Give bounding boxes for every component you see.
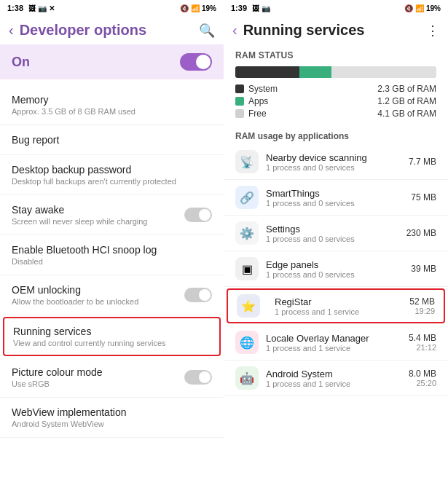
- mute-icon: 🔇: [180, 4, 189, 12]
- oem-unlocking-text: OEM unlocking Allow the bootloader to be…: [12, 284, 138, 306]
- ram-status-title: RAM status: [224, 44, 448, 63]
- oem-unlocking-toggle[interactable]: [184, 288, 212, 302]
- apps-legend-val: 1.2 GB of RAM: [377, 96, 436, 106]
- developer-options-toggle[interactable]: [180, 53, 212, 71]
- app-item-edge-panels[interactable]: ▣ Edge panels 1 process and 0 services 3…: [224, 251, 448, 287]
- system-legend-label: System: [248, 84, 278, 94]
- edge-panels-name: Edge panels: [266, 259, 411, 270]
- right-notification-icons: 🖼 📷: [252, 4, 270, 12]
- registar-icon: ⭐: [237, 294, 260, 318]
- nearby-scanning-size: 7.7 MB: [409, 157, 436, 167]
- picture-colour-toggle[interactable]: [184, 370, 212, 385]
- menu-item-bug-report[interactable]: Bug report: [0, 125, 224, 155]
- app-list: 📡 Nearby device scanning 1 process and 0…: [224, 144, 448, 496]
- right-status-time: 1:39 🖼 📷: [231, 4, 270, 12]
- nearby-scanning-name: Nearby device scanning: [266, 152, 409, 163]
- menu-item-running-services-title: Running services: [13, 326, 211, 337]
- ram-legend-apps: Apps 1.2 GB of RAM: [235, 96, 436, 106]
- left-status-icons: 🔇 📶 19%: [180, 4, 216, 12]
- settings-icon: ⚙️: [235, 221, 259, 245]
- right-battery: 19%: [426, 4, 441, 12]
- left-back-button[interactable]: ‹: [9, 22, 14, 39]
- overflow-menu-button[interactable]: ⋮: [426, 23, 439, 39]
- ram-usage-section-title: RAM usage by applications: [224, 127, 448, 144]
- locale-overlay-name: Locale Overlay Manager: [266, 333, 409, 344]
- menu-item-desktop-backup[interactable]: Desktop backup password Desktop full bac…: [0, 155, 224, 195]
- app-item-nearby-scanning[interactable]: 📡 Nearby device scanning 1 process and 0…: [224, 144, 448, 180]
- right-back-button[interactable]: ‹: [232, 22, 237, 39]
- settings-name: Settings: [266, 224, 406, 235]
- left-status-time: 1:38 🖼 📷 ✕: [7, 4, 55, 12]
- left-time: 1:38: [7, 4, 23, 12]
- smartthings-sub: 1 process and 0 services: [266, 199, 411, 208]
- menu-item-stay-awake[interactable]: Stay awake Screen will never sleep while…: [0, 195, 224, 235]
- search-button[interactable]: 🔍: [199, 23, 215, 39]
- free-legend-val: 4.1 GB of RAM: [377, 109, 436, 119]
- smartthings-name: SmartThings: [266, 188, 411, 199]
- registar-time: 19:29: [409, 307, 435, 315]
- menu-item-webview[interactable]: WebView implementation Android System We…: [0, 398, 224, 438]
- menu-item-oem-title: OEM unlocking: [12, 284, 138, 296]
- left-status-bar: 1:38 🖼 📷 ✕ 🔇 📶 19%: [0, 0, 224, 16]
- ram-bar-system: [235, 66, 299, 78]
- signal-icon: 📶: [191, 4, 200, 12]
- menu-item-picture-colour-title: Picture colour mode: [12, 366, 103, 378]
- locale-overlay-sub: 1 process and 1 service: [266, 344, 409, 353]
- ram-bar-apps: [299, 66, 331, 78]
- menu-item-webview-title: WebView implementation: [12, 406, 212, 418]
- menu-item-running-services[interactable]: Running services View and control curren…: [3, 317, 221, 356]
- app-item-locale-overlay[interactable]: 🌐 Locale Overlay Manager 1 process and 1…: [224, 325, 448, 361]
- free-legend-label: Free: [248, 109, 267, 119]
- app-item-smartthings[interactable]: 🔗 SmartThings 1 process and 0 services 7…: [224, 180, 448, 216]
- apps-legend-label: Apps: [248, 96, 268, 106]
- edge-panels-size: 39 MB: [411, 264, 436, 274]
- system-legend-dot: [235, 84, 244, 93]
- menu-item-picture-colour-sub: Use sRGB: [12, 379, 103, 388]
- right-signal-icon: 📶: [415, 4, 424, 12]
- edge-panels-icon: ▣: [235, 257, 259, 280]
- notification-icons: 🖼 📷 ✕: [28, 4, 55, 12]
- locale-overlay-time: 21:12: [409, 343, 436, 352]
- developer-options-toggle-row: On: [0, 44, 224, 79]
- menu-item-memory-sub: Approx. 3.5 GB of 8 GB RAM used: [12, 107, 212, 116]
- right-status-bar: 1:39 🖼 📷 🔇 📶 19%: [224, 0, 448, 16]
- menu-item-desktop-backup-sub: Desktop full backups aren't currently pr…: [12, 177, 212, 186]
- menu-item-desktop-backup-title: Desktop backup password: [12, 164, 212, 176]
- ram-legend-free: Free 4.1 GB of RAM: [235, 109, 436, 119]
- system-legend-val: 2.3 GB of RAM: [377, 84, 436, 94]
- right-phone-screen: 1:39 🖼 📷 🔇 📶 19% ‹ Running services ⋮ RA…: [224, 0, 448, 496]
- menu-item-stay-awake-sub: Screen will never sleep while charging: [12, 217, 147, 226]
- smartthings-icon: 🔗: [235, 186, 259, 209]
- registar-meta: 52 MB 19:29: [409, 296, 435, 315]
- app-item-settings[interactable]: ⚙️ Settings 1 process and 0 services 230…: [224, 216, 448, 251]
- settings-size: 230 MB: [406, 228, 436, 238]
- menu-item-bluetooth-hci[interactable]: Enable Bluetooth HCI snoop log Disabled: [0, 235, 224, 275]
- edge-panels-meta: 39 MB: [411, 264, 436, 274]
- ram-legend: System 2.3 GB of RAM Apps 1.2 GB of RAM …: [224, 84, 448, 121]
- menu-item-memory[interactable]: Memory Approx. 3.5 GB of 8 GB RAM used: [0, 85, 224, 125]
- menu-item-webview-sub: Android System WebView: [12, 420, 212, 428]
- android-system-icon: 🤖: [235, 366, 259, 390]
- app-item-registar[interactable]: ⭐ RegiStar 1 process and 1 service 52 MB…: [227, 288, 445, 323]
- app-item-android-system[interactable]: 🤖 Android System 1 process and 1 service…: [224, 361, 448, 396]
- android-system-sub: 1 process and 1 service: [266, 379, 409, 388]
- right-time: 1:39: [231, 4, 247, 12]
- picture-colour-text: Picture colour mode Use sRGB: [12, 366, 103, 388]
- registar-name: RegiStar: [275, 296, 409, 307]
- locale-overlay-size: 5.4 MB: [409, 333, 436, 343]
- right-status-icons: 🔇 📶 19%: [404, 4, 441, 12]
- right-header-title: Running services: [243, 22, 426, 39]
- smartthings-meta: 75 MB: [411, 192, 436, 202]
- settings-sub: 1 process and 0 services: [266, 235, 406, 243]
- menu-item-oem-unlocking[interactable]: OEM unlocking Allow the bootloader to be…: [0, 275, 224, 315]
- left-phone-screen: 1:38 🖼 📷 ✕ 🔇 📶 19% ‹ Developer options 🔍…: [0, 0, 224, 496]
- locale-overlay-meta: 5.4 MB 21:12: [409, 333, 436, 352]
- toggle-on-label: On: [12, 55, 30, 70]
- apps-legend-dot: [235, 97, 244, 106]
- android-system-meta: 8.0 MB 25:20: [409, 369, 436, 387]
- right-mute-icon: 🔇: [404, 4, 413, 12]
- menu-item-bluetooth-hci-title: Enable Bluetooth HCI snoop log: [12, 244, 212, 256]
- menu-item-picture-colour[interactable]: Picture colour mode Use sRGB: [0, 358, 224, 398]
- stay-awake-toggle[interactable]: [184, 208, 212, 222]
- locale-overlay-icon: 🌐: [235, 331, 259, 354]
